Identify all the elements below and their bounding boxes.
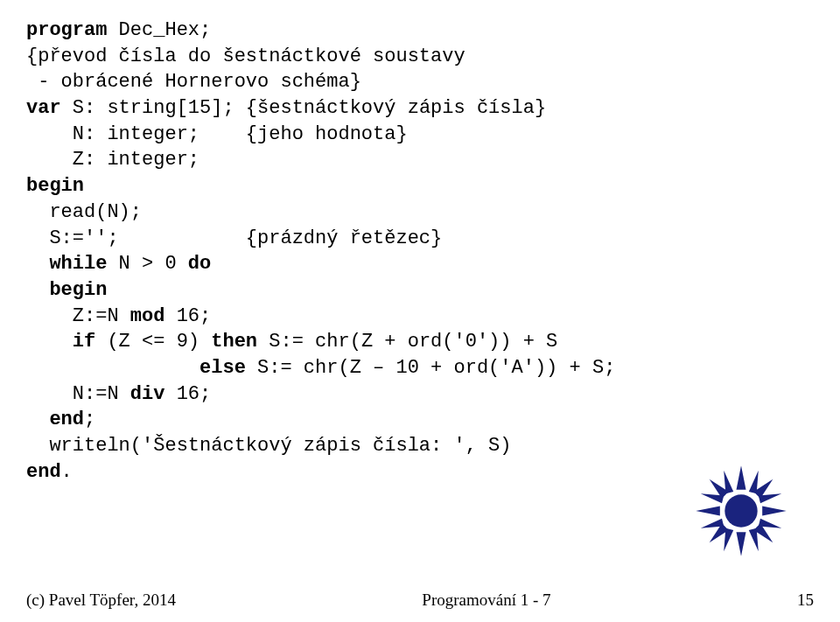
indent (26, 253, 49, 275)
kw-program: program (26, 19, 107, 41)
code-line: S:=''; {prázdný řetězec} (26, 226, 814, 252)
text: . (61, 461, 73, 483)
kw-do: do (188, 253, 211, 275)
kw-else: else (200, 357, 246, 379)
code-line: if (Z <= 9) then S:= chr(Z + ord('0')) +… (26, 329, 814, 355)
code-block: program Dec_Hex; {převod čísla do šestná… (0, 0, 840, 485)
kw-mod: mod (130, 305, 165, 327)
code-line: while N > 0 do (26, 251, 814, 277)
kw-begin: begin (26, 173, 814, 199)
text: 16; (164, 383, 211, 405)
kw-end: end (49, 409, 84, 430)
indent (26, 331, 73, 353)
kw-begin: begin (49, 279, 107, 301)
kw-if: if (73, 331, 95, 353)
code-line: var S: string[15]; {šestnáctkový zápis č… (26, 95, 814, 122)
text: Dec_Hex; (107, 19, 211, 41)
code-line: begin (26, 277, 814, 304)
text: N > 0 (107, 253, 187, 275)
code-line: else S:= chr(Z – 10 + ord('A')) + S; (26, 355, 814, 381)
code-line: - obrácené Hornerovo schéma} (26, 69, 814, 95)
code-line: end; (26, 407, 814, 433)
code-line: Z: integer; (26, 147, 814, 173)
svg-point-0 (724, 494, 757, 527)
code-line: {převod čísla do šestnáctkové soustavy (26, 44, 814, 70)
footer-title: Programování 1 - 7 (422, 591, 550, 610)
svg-marker-1 (737, 465, 746, 490)
text: (Z <= 9) (95, 331, 211, 353)
code-line: program Dec_Hex; (26, 17, 814, 44)
text: ; (84, 409, 95, 430)
indent (26, 279, 49, 301)
kw-div: div (130, 383, 165, 405)
code-line: Z:=N mod 16; (26, 304, 814, 330)
text: S:= chr(Z + ord('0')) + S (257, 331, 557, 353)
svg-marker-4 (762, 507, 787, 516)
kw-then: then (211, 331, 257, 353)
text: 16; (164, 305, 211, 327)
code-line: writeln('Šestnáctkový zápis čísla: ', S) (26, 433, 814, 459)
footer-page-number: 15 (797, 591, 814, 610)
footer-copyright: (c) Pavel Töpfer, 2014 (26, 591, 176, 610)
text: Z:=N (26, 305, 130, 327)
code-line: read(N); (26, 199, 814, 226)
page-footer: (c) Pavel Töpfer, 2014 Programování 1 - … (26, 591, 814, 610)
kw-end: end (26, 461, 61, 483)
code-line: N:=N div 16; (26, 381, 814, 408)
svg-marker-2 (737, 532, 746, 556)
svg-marker-3 (696, 507, 720, 516)
indent (26, 409, 49, 430)
text: N:=N (26, 383, 130, 405)
code-line: N: integer; {jeho hodnota} (26, 122, 814, 148)
text: S:= chr(Z – 10 + ord('A')) + S; (246, 357, 615, 379)
indent (26, 357, 200, 379)
kw-var: var (26, 97, 61, 119)
sun-icon (693, 463, 789, 559)
text: S: string[15]; {šestnáctkový zápis čísla… (61, 97, 547, 119)
kw-while: while (49, 253, 107, 275)
